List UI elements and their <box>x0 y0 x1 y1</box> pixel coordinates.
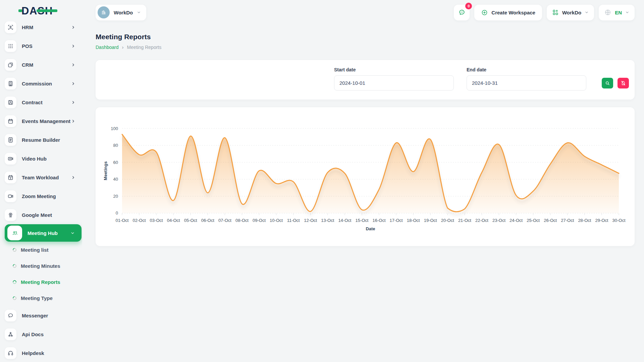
sidebar-item-label: CRM <box>22 62 71 68</box>
chevron-down-icon <box>70 231 75 235</box>
workspace-selector[interactable]: WorkDo <box>96 5 146 20</box>
sidebar-item-label: POS <box>22 43 71 49</box>
sidebar-subitem-meeting-minutes[interactable]: Meeting Minutes <box>0 258 82 274</box>
bullet-icon <box>12 295 17 301</box>
apply-filter-button[interactable] <box>602 78 613 88</box>
sidebar-subitem-meeting-type[interactable]: Meeting Type <box>0 290 82 306</box>
chevron-down-icon <box>585 10 589 14</box>
chevron-right-icon <box>71 44 75 48</box>
svg-text:26-Oct: 26-Oct <box>544 218 557 223</box>
page-title: Meeting Reports <box>96 33 635 41</box>
svg-text:20-Oct: 20-Oct <box>441 218 454 223</box>
sidebar-subitem-meeting-reports[interactable]: Meeting Reports <box>0 274 82 290</box>
logo-green-dot-icon <box>18 9 22 12</box>
chevron-right-icon <box>71 100 75 105</box>
svg-text:24-Oct: 24-Oct <box>509 218 523 223</box>
sidebar-item-video-hub[interactable]: Video Hub <box>0 149 82 168</box>
brand-logo[interactable]: DASH <box>21 6 53 16</box>
main-area: WorkDo 0 Create Workspace <box>82 0 644 362</box>
svg-text:29-Oct: 29-Oct <box>595 218 608 223</box>
hrm-icon <box>5 21 16 33</box>
sidebar-item-label: Helpdesk <box>22 350 75 356</box>
reset-filter-button[interactable] <box>618 78 629 88</box>
end-date-input[interactable] <box>467 75 586 90</box>
sidebar-item-label: Team Workload <box>22 175 71 180</box>
workdo-menu[interactable]: WorkDo <box>547 5 594 20</box>
sidebar-item-events-management[interactable]: Events Management <box>0 112 82 130</box>
zoom-meeting-icon <box>5 190 16 202</box>
sidebar-item-messenger[interactable]: Messenger <box>0 306 82 325</box>
search-icon <box>605 80 610 86</box>
contract-icon <box>5 97 16 108</box>
messenger-icon <box>5 310 16 321</box>
sidebar-item-pos[interactable]: POS <box>0 37 82 55</box>
svg-text:13-Oct: 13-Oct <box>321 218 334 223</box>
sidebar-item-label: Messenger <box>22 313 75 318</box>
logo-green-bar-icon <box>37 9 57 12</box>
workspace-avatar <box>98 6 110 18</box>
breadcrumb-dashboard-link[interactable]: Dashboard <box>96 45 119 50</box>
filter-card: Start date End date <box>96 60 635 100</box>
svg-text:21-Oct: 21-Oct <box>458 218 471 223</box>
sidebar-item-label: Google Meet <box>22 212 75 218</box>
workdo-menu-label: WorkDo <box>562 10 581 15</box>
svg-text:11-Oct: 11-Oct <box>287 218 300 223</box>
sidebar-item-meeting-hub[interactable]: Meeting Hub <box>5 224 82 242</box>
chat-bubble-icon <box>458 9 466 16</box>
sidebar-item-api-docs[interactable]: Api Docs <box>0 325 82 344</box>
svg-text:Date: Date <box>366 226 375 231</box>
sidebar-item-label: Resume Builder <box>22 137 75 143</box>
filter-actions <box>602 78 629 88</box>
sidebar-subitem-label: Meeting Minutes <box>21 263 60 269</box>
svg-text:60: 60 <box>113 160 118 165</box>
sidebar-item-google-meet[interactable]: Google Meet <box>0 205 82 224</box>
svg-text:02-Oct: 02-Oct <box>133 218 146 223</box>
sidebar-item-resume-builder[interactable]: Resume Builder <box>0 130 82 149</box>
video-hub-icon <box>5 153 16 165</box>
svg-text:12-Oct: 12-Oct <box>304 218 317 223</box>
start-date-input[interactable] <box>334 75 454 90</box>
messages-button[interactable]: 0 <box>454 5 470 20</box>
sidebar-subitem-meeting-list[interactable]: Meeting list <box>0 242 82 258</box>
sidebar-item-crm[interactable]: CRM <box>0 55 82 74</box>
sidebar-item-label: Zoom Meeting <box>22 193 75 199</box>
sidebar-item-contract[interactable]: Contract <box>0 93 82 112</box>
chevron-right-icon <box>71 63 75 67</box>
start-date-label: Start date <box>334 67 454 72</box>
chart-card: 02040608010001-Oct02-Oct03-Oct04-Oct05-O… <box>96 107 635 246</box>
topbar-right: 0 Create Workspace WorkDo <box>454 5 635 20</box>
sidebar-item-label: HRM <box>22 24 71 30</box>
sidebar-item-label: Api Docs <box>22 331 75 337</box>
svg-text:Meetings: Meetings <box>103 161 108 180</box>
start-date-group: Start date <box>334 67 454 90</box>
svg-text:09-Oct: 09-Oct <box>253 218 266 223</box>
api-docs-icon <box>5 328 16 340</box>
sidebar: DASH HRMPOSCRMCommissionContractEvents M… <box>0 0 82 362</box>
sidebar-item-commission[interactable]: Commission <box>0 74 82 93</box>
pos-icon <box>5 40 16 52</box>
svg-text:17-Oct: 17-Oct <box>390 218 403 223</box>
sidebar-item-helpdesk[interactable]: Helpdesk <box>0 344 82 362</box>
sidebar-item-zoom-meeting[interactable]: Zoom Meeting <box>0 187 82 205</box>
sidebar-item-label: Events Management <box>22 118 71 124</box>
create-workspace-button[interactable]: Create Workspace <box>474 5 542 20</box>
svg-text:08-Oct: 08-Oct <box>235 218 249 223</box>
sidebar-item-team-workload[interactable]: Team Workload <box>0 168 82 187</box>
chevron-right-icon <box>71 119 75 123</box>
sidebar-nav: HRMPOSCRMCommissionContractEvents Manage… <box>0 18 82 362</box>
breadcrumb-current: Meeting Reports <box>127 45 162 50</box>
svg-text:80: 80 <box>113 143 118 148</box>
svg-text:40: 40 <box>113 177 118 182</box>
language-code: EN <box>615 10 622 15</box>
file-slash-icon <box>621 80 626 86</box>
breadcrumb: Dashboard › Meeting Reports <box>96 44 635 50</box>
end-date-group: End date <box>467 67 586 90</box>
sidebar-item-label: Contract <box>22 100 71 105</box>
bullet-icon <box>12 263 17 268</box>
svg-text:03-Oct: 03-Oct <box>150 218 163 223</box>
language-selector[interactable]: EN <box>599 5 635 20</box>
svg-text:01-Oct: 01-Oct <box>115 218 128 223</box>
chevron-down-icon <box>625 10 629 14</box>
svg-text:28-Oct: 28-Oct <box>578 218 591 223</box>
sidebar-subitem-label: Meeting Reports <box>21 279 60 285</box>
